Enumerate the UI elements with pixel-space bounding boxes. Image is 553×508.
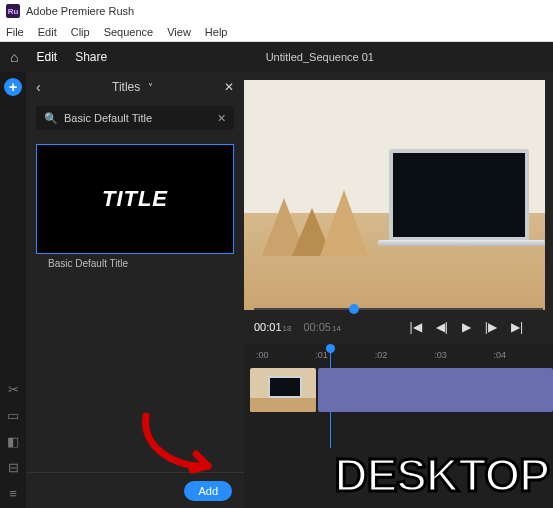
home-icon[interactable]: ⌂: [10, 49, 18, 65]
tab-share[interactable]: Share: [75, 50, 107, 64]
playback-bar: 00:0118 00:0514 |◀ ◀| ▶ |▶ ▶|: [244, 310, 553, 344]
menu-sequence[interactable]: Sequence: [104, 26, 154, 38]
titles-panel: ‹ Titles ˅ ✕ 🔍 ✕ TITLE Basic Default Tit…: [26, 72, 244, 508]
right-area: 00:0118 00:0514 |◀ ◀| ▶ |▶ ▶| :00 :01 :0…: [244, 72, 553, 508]
tick-2: :02: [375, 350, 388, 360]
list-icon[interactable]: ≡: [6, 486, 20, 500]
goto-end-icon[interactable]: ▶|: [511, 320, 523, 334]
time-current: 00:0118: [254, 321, 291, 333]
menu-edit[interactable]: Edit: [38, 26, 57, 38]
panel-title[interactable]: Titles ˅: [51, 80, 214, 94]
clear-search-icon[interactable]: ✕: [217, 112, 226, 125]
document-title: Untitled_Sequence 01: [266, 51, 374, 63]
scissors-icon[interactable]: ✂: [6, 382, 20, 396]
program-monitor[interactable]: [244, 80, 545, 310]
play-icon[interactable]: ▶: [462, 320, 471, 334]
tick-0: :00: [256, 350, 269, 360]
chevron-down-icon: ˅: [148, 82, 153, 93]
app-icon: Ru: [6, 4, 20, 18]
app-bar: ⌂ Edit Share Untitled_Sequence 01: [0, 42, 553, 72]
timeline[interactable]: :00 :01 :02 :03 :04 DESKTOP: [244, 344, 553, 508]
goto-start-icon[interactable]: |◀: [410, 320, 422, 334]
tutorial-arrow: [136, 408, 226, 478]
time-ruler[interactable]: :00 :01 :02 :03 :04: [250, 348, 547, 366]
search-input[interactable]: [64, 112, 211, 124]
tick-4: :04: [494, 350, 507, 360]
add-button[interactable]: Add: [184, 481, 232, 501]
tab-edit[interactable]: Edit: [36, 50, 57, 64]
title-clip[interactable]: [318, 368, 553, 412]
preset-thumb-text: TITLE: [102, 186, 168, 212]
tick-1: :01: [315, 350, 328, 360]
menu-view[interactable]: View: [167, 26, 191, 38]
title-preset-thumb[interactable]: TITLE: [36, 144, 234, 254]
rail-icon-2[interactable]: ▭: [6, 408, 20, 422]
tick-3: :03: [434, 350, 447, 360]
back-icon[interactable]: ‹: [36, 79, 41, 95]
search-icon: 🔍: [44, 112, 58, 125]
scrubber[interactable]: [244, 304, 553, 314]
search-input-wrap[interactable]: 🔍 ✕: [36, 106, 234, 130]
panel-close-icon[interactable]: ✕: [224, 80, 234, 94]
rail-icon-4[interactable]: ⊟: [6, 460, 20, 474]
step-back-icon[interactable]: ◀|: [436, 320, 448, 334]
menu-file[interactable]: File: [6, 26, 24, 38]
add-media-button[interactable]: +: [4, 78, 22, 96]
menu-bar: File Edit Clip Sequence View Help: [0, 22, 553, 42]
left-rail: + ✂ ▭ ◧ ⊟ ≡: [0, 72, 26, 508]
preset-caption: Basic Default Title: [36, 254, 234, 273]
rail-icon-3[interactable]: ◧: [6, 434, 20, 448]
video-clip[interactable]: [250, 368, 316, 412]
step-forward-icon[interactable]: |▶: [485, 320, 497, 334]
scrubber-handle[interactable]: [349, 304, 359, 314]
overlay-desktop-text: DESKTOP: [334, 448, 549, 502]
menu-clip[interactable]: Clip: [71, 26, 90, 38]
time-total: 00:0514: [303, 321, 340, 333]
app-title: Adobe Premiere Rush: [26, 5, 134, 17]
menu-help[interactable]: Help: [205, 26, 228, 38]
window-titlebar: Ru Adobe Premiere Rush: [0, 0, 553, 22]
